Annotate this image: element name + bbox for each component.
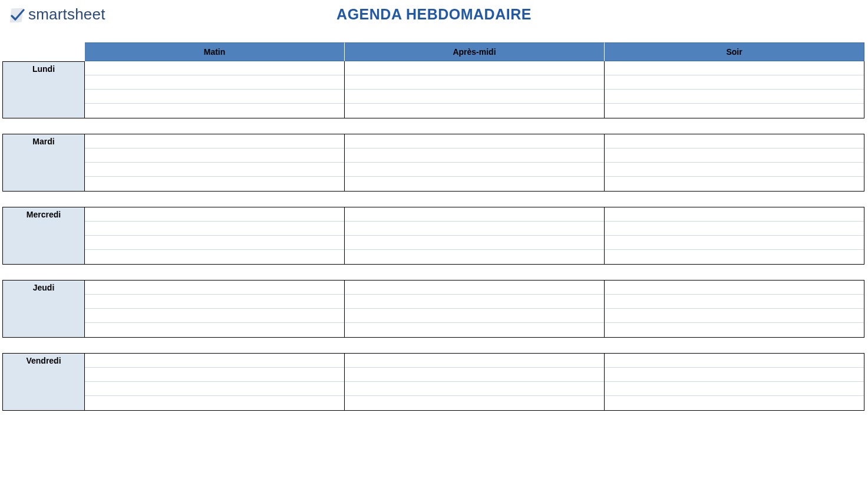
agenda-cell[interactable] — [345, 368, 604, 382]
agenda-cell[interactable] — [605, 396, 864, 410]
agenda-cell[interactable] — [345, 309, 604, 323]
agenda-cell[interactable] — [345, 396, 604, 410]
cell-column — [605, 61, 864, 118]
day-block: Vendredi — [2, 353, 868, 411]
agenda-cell[interactable] — [605, 177, 864, 191]
agenda-cell[interactable] — [85, 134, 344, 149]
day-block: Lundi — [2, 61, 868, 118]
agenda-cell[interactable] — [605, 354, 864, 368]
agenda-cell[interactable] — [85, 281, 344, 295]
agenda-cell[interactable] — [345, 75, 604, 90]
column-header-row: Matin Après-midi Soir — [2, 42, 868, 61]
logo: smartsheet — [8, 5, 105, 24]
agenda-cell[interactable] — [85, 323, 344, 337]
agenda-cell[interactable] — [85, 149, 344, 163]
day-block: Mercredi — [2, 207, 868, 265]
agenda-cell[interactable] — [605, 295, 864, 309]
agenda-cell[interactable] — [345, 61, 604, 75]
day-cells — [85, 280, 864, 338]
cell-column — [85, 134, 345, 192]
agenda-cell[interactable] — [605, 281, 864, 295]
agenda-cell[interactable] — [85, 236, 344, 250]
smartsheet-check-icon — [8, 7, 25, 24]
col-header-soir: Soir — [605, 42, 864, 61]
day-cells — [85, 61, 864, 118]
agenda-cell[interactable] — [345, 382, 604, 396]
day-block: Mardi — [2, 134, 868, 192]
cell-column — [85, 61, 345, 118]
header: smartsheet AGENDA HEBDOMADAIRE — [0, 0, 868, 42]
agenda-cell[interactable] — [605, 323, 864, 337]
day-label: Mercredi — [2, 207, 85, 265]
day-cells — [85, 207, 864, 265]
agenda-cell[interactable] — [605, 75, 864, 90]
agenda-cell[interactable] — [345, 134, 604, 149]
cell-column — [345, 280, 605, 338]
day-label: Vendredi — [2, 353, 85, 411]
agenda-cell[interactable] — [85, 222, 344, 236]
agenda-cell[interactable] — [605, 368, 864, 382]
agenda-cell[interactable] — [605, 309, 864, 323]
agenda-cell[interactable] — [85, 354, 344, 368]
day-cells — [85, 134, 864, 192]
cell-column — [345, 353, 605, 411]
agenda-cell[interactable] — [345, 163, 604, 177]
agenda-cell[interactable] — [605, 250, 864, 264]
agenda-cell[interactable] — [605, 134, 864, 149]
logo-text: smartsheet — [28, 5, 105, 24]
agenda-cell[interactable] — [605, 236, 864, 250]
agenda-cell[interactable] — [605, 207, 864, 222]
agenda-cell[interactable] — [345, 354, 604, 368]
day-label: Jeudi — [2, 280, 85, 338]
agenda-cell[interactable] — [605, 104, 864, 118]
agenda-cell[interactable] — [345, 295, 604, 309]
agenda-cell[interactable] — [85, 61, 344, 75]
cell-column — [345, 61, 605, 118]
agenda-cell[interactable] — [345, 90, 604, 104]
agenda-cell[interactable] — [85, 207, 344, 222]
agenda-cell[interactable] — [345, 236, 604, 250]
day-cells — [85, 353, 864, 411]
cell-column — [605, 280, 864, 338]
agenda-cell[interactable] — [85, 163, 344, 177]
agenda-cell[interactable] — [85, 250, 344, 264]
agenda-cell[interactable] — [605, 163, 864, 177]
col-header-apresmidi: Après-midi — [345, 42, 605, 61]
cell-column — [85, 353, 345, 411]
day-label: Lundi — [2, 61, 85, 118]
page-title: AGENDA HEBDOMADAIRE — [336, 6, 532, 23]
agenda-cell[interactable] — [85, 90, 344, 104]
agenda-cell[interactable] — [605, 382, 864, 396]
agenda-cell[interactable] — [605, 222, 864, 236]
cell-column — [605, 134, 864, 192]
agenda-cell[interactable] — [345, 281, 604, 295]
corner-spacer — [2, 42, 85, 61]
agenda-cell[interactable] — [345, 323, 604, 337]
cell-column — [345, 207, 605, 265]
agenda-cell[interactable] — [345, 222, 604, 236]
agenda-cell[interactable] — [85, 295, 344, 309]
day-label: Mardi — [2, 134, 85, 192]
agenda-cell[interactable] — [85, 396, 344, 410]
cell-column — [85, 207, 345, 265]
agenda-cell[interactable] — [85, 75, 344, 90]
day-block: Jeudi — [2, 280, 868, 338]
agenda-grid: Matin Après-midi Soir LundiMardiMercredi… — [0, 42, 868, 411]
cell-column — [345, 134, 605, 192]
agenda-cell[interactable] — [345, 207, 604, 222]
col-header-matin: Matin — [85, 42, 345, 61]
agenda-cell[interactable] — [605, 90, 864, 104]
agenda-cell[interactable] — [85, 177, 344, 191]
agenda-cell[interactable] — [605, 149, 864, 163]
agenda-cell[interactable] — [605, 61, 864, 75]
agenda-cell[interactable] — [345, 149, 604, 163]
agenda-cell[interactable] — [85, 309, 344, 323]
agenda-cell[interactable] — [85, 368, 344, 382]
agenda-cell[interactable] — [345, 104, 604, 118]
agenda-cell[interactable] — [85, 382, 344, 396]
agenda-cell[interactable] — [85, 104, 344, 118]
agenda-cell[interactable] — [345, 177, 604, 191]
cell-column — [85, 280, 345, 338]
cell-column — [605, 207, 864, 265]
agenda-cell[interactable] — [345, 250, 604, 264]
